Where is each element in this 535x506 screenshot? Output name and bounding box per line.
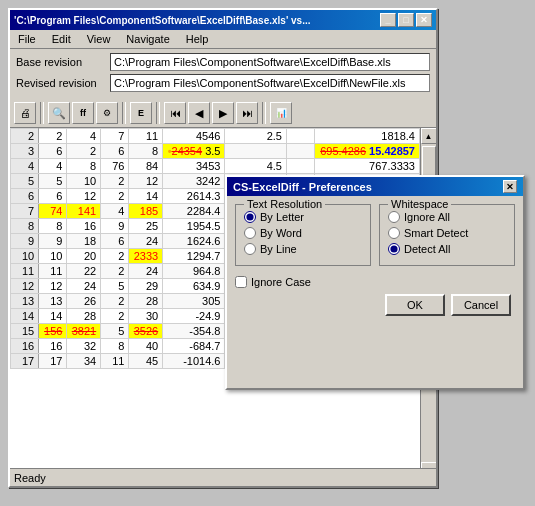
ignore-all-radio[interactable] [388,211,400,223]
menu-bar: File Edit View Navigate Help [10,30,436,49]
cell: 3242 [163,174,225,189]
cell: 8 [101,339,129,354]
cell: 2 [101,309,129,324]
menu-navigate[interactable]: Navigate [122,32,173,46]
cell: 2614.3 [163,189,225,204]
maximize-button[interactable]: □ [398,13,414,27]
menu-view[interactable]: View [83,32,115,46]
cell: 11 [129,129,163,144]
cell: 2 [101,189,129,204]
cell-changed: 156 [39,324,67,339]
cell: 2 [101,249,129,264]
cell-changed: 3821 [67,324,101,339]
minimize-button[interactable]: _ [380,13,396,27]
dialog-title-bar: CS-ExcelDiff - Preferences ✕ [227,177,523,196]
cell-changed: 695.4286 15.42857 [315,144,420,159]
cell-changed: 2333 [129,249,163,264]
cell: 6 [39,189,67,204]
options-button[interactable]: ⚙ [96,102,118,124]
cell: 4.5 [225,159,287,174]
cell: 25 [129,219,163,234]
menu-edit[interactable]: Edit [48,32,75,46]
detect-all-radio[interactable] [388,243,400,255]
settings-button[interactable]: 📊 [270,102,292,124]
base-revision-input[interactable] [110,53,430,71]
by-word-label: By Word [260,227,302,239]
cell: 1624.6 [163,234,225,249]
cell: 9 [101,219,129,234]
cell: 84 [129,159,163,174]
toolbar-sep-3 [156,102,160,124]
base-revision-label: Base revision [16,56,106,68]
cell-changed: •24354 3.5 [163,144,225,159]
nav-first-button[interactable]: ⏮ [164,102,186,124]
scroll-up[interactable]: ▲ [421,128,437,144]
row-number: 12 [11,279,39,294]
cell: 6 [101,234,129,249]
nav-next-button[interactable]: ▶ [212,102,234,124]
close-button[interactable]: ✕ [416,13,432,27]
cell: 5 [101,324,129,339]
row-number: 2 [11,129,39,144]
print-button[interactable]: 🖨 [14,102,36,124]
cell: 10 [67,174,101,189]
by-letter-radio[interactable] [244,211,256,223]
by-line-radio[interactable] [244,243,256,255]
main-title: 'C:\Program Files\ComponentSoftware\Exce… [14,15,311,26]
row-number: 4 [11,159,39,174]
cell: 20 [67,249,101,264]
whitespace-options: Ignore All Smart Detect Detect All [388,211,506,255]
cell: 17 [39,354,67,369]
status-bar: Ready [10,468,436,486]
cell: 964.8 [163,264,225,279]
cell: 28 [67,309,101,324]
row-number: 17 [11,354,39,369]
smart-detect-radio[interactable] [388,227,400,239]
by-letter-row: By Letter [244,211,362,223]
by-word-row: By Word [244,227,362,239]
cell: -1014.6 [163,354,225,369]
cell: 2284.4 [163,204,225,219]
cell: -24.9 [163,309,225,324]
detect-all-row: Detect All [388,243,506,255]
row-number: 13 [11,294,39,309]
menu-help[interactable]: Help [182,32,213,46]
cell: 28 [129,294,163,309]
ignore-case-checkbox[interactable] [235,276,247,288]
row-number: 11 [11,264,39,279]
cell: 2.5 [225,129,287,144]
cancel-button[interactable]: Cancel [451,294,511,316]
toolbar-sep-2 [122,102,126,124]
by-word-radio[interactable] [244,227,256,239]
find-files-button[interactable]: ff [72,102,94,124]
revised-revision-label: Revised revision [16,77,106,89]
nav-prev-button[interactable]: ◀ [188,102,210,124]
cell: 1294.7 [163,249,225,264]
ignore-all-row: Ignore All [388,211,506,223]
cell: 4 [67,129,101,144]
cell: 45 [129,354,163,369]
revised-revision-input[interactable] [110,74,430,92]
toolbar: 🖨 🔍 ff ⚙ E ⏮ ◀ ▶ ⏭ 📊 [10,99,436,128]
cell: 4 [39,159,67,174]
cell [286,129,314,144]
text-resolution-title: Text Resolution [244,198,325,210]
dialog-title-text: CS-ExcelDiff - Preferences [233,181,372,193]
ignore-case-label: Ignore Case [251,276,311,288]
by-line-label: By Line [260,243,297,255]
cell: 12 [39,279,67,294]
cell: 2 [101,294,129,309]
base-revision-row: Base revision [16,53,430,71]
smart-detect-row: Smart Detect [388,227,506,239]
cell: 32 [67,339,101,354]
cell [286,144,314,159]
ignore-all-label: Ignore All [404,211,450,223]
cell: 2 [101,264,129,279]
toolbar-sep-4 [262,102,266,124]
menu-file[interactable]: File [14,32,40,46]
dialog-close-button[interactable]: ✕ [503,180,517,193]
nav-last-button[interactable]: ⏭ [236,102,258,124]
export-button[interactable]: E [130,102,152,124]
find-button[interactable]: 🔍 [48,102,70,124]
ok-button[interactable]: OK [385,294,445,316]
